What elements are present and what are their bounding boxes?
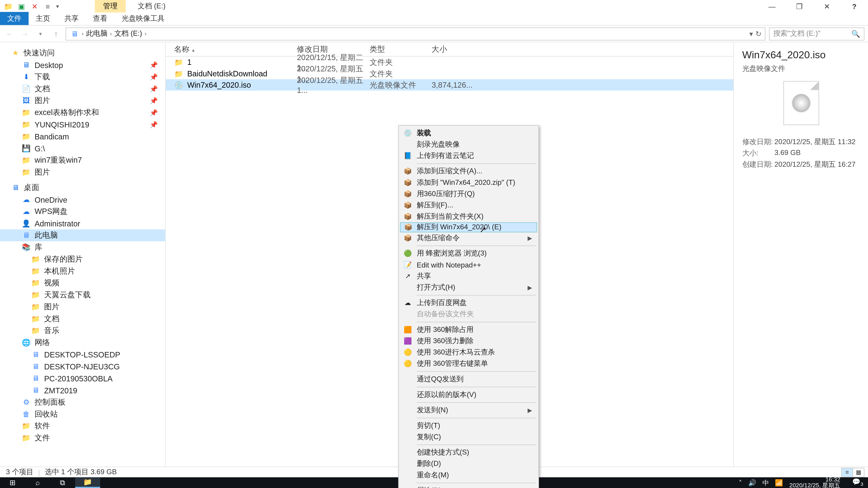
context-menu-item[interactable]: ☁上传到百度网盘 — [400, 297, 537, 308]
context-menu-item[interactable]: 通过QQ发送到 — [400, 374, 537, 385]
context-menu-item[interactable]: 📦解压到当前文件夹(X) — [400, 211, 537, 222]
tree-onedrive[interactable]: ☁OneDrive — [0, 194, 165, 205]
context-menu-item[interactable]: 📦添加到压缩文件(A)... — [400, 166, 537, 177]
context-menu-item[interactable]: 🟪使用 360强力删除 — [400, 335, 537, 347]
forward-button[interactable]: → — [19, 30, 31, 38]
tree-win7[interactable]: 📁win7重装win7 — [0, 154, 165, 166]
ribbon-tab-home[interactable]: 主页 — [29, 12, 57, 25]
context-menu-item[interactable]: 复制(C) — [400, 431, 537, 443]
context-menu-item[interactable]: ↗共享 — [400, 270, 537, 282]
chevron-right-icon[interactable]: › — [110, 31, 112, 37]
context-menu-item[interactable]: 还原以前的版本(V) — [400, 389, 537, 400]
tree-pc3[interactable]: 🖥PC-20190530OBLA — [0, 372, 165, 384]
address-dropdown-icon[interactable]: ▾ — [749, 30, 753, 38]
tree-files[interactable]: 📁文件 — [0, 432, 165, 444]
context-menu-item[interactable]: 打开方式(H)▶ — [400, 282, 537, 293]
context-menu-item[interactable]: 📝Edit with Notepad++ — [400, 259, 537, 270]
minimize-button[interactable]: — — [758, 0, 786, 12]
maximize-button[interactable]: ❐ — [786, 0, 813, 12]
tree-control-panel[interactable]: ⚙控制面板 — [0, 396, 165, 408]
tree-software[interactable]: 📁软件 — [0, 420, 165, 432]
delete-icon[interactable]: ✕ — [30, 2, 39, 11]
context-menu-item[interactable]: 🟡使用 360管理右键菜单 — [400, 358, 537, 369]
tree-camera-roll[interactable]: 📁本机照片 — [0, 265, 165, 277]
chevron-right-icon[interactable]: › — [82, 31, 84, 37]
tree-pc1[interactable]: 🖥DESKTOP-LSSOEDP — [0, 349, 165, 361]
chevron-right-icon[interactable]: › — [145, 31, 147, 37]
back-button[interactable]: ← — [4, 30, 16, 38]
context-menu-item[interactable]: 📦用360压缩打开(Q) — [400, 188, 537, 199]
tree-admin[interactable]: 👤Administrator — [0, 218, 165, 230]
qat-dropdown-icon[interactable]: ▾ — [56, 3, 59, 9]
file-list[interactable]: 名称▴ 修改日期 类型 大小 📁1 2020/12/15, 星期二 1...文件… — [166, 42, 733, 468]
contextual-tab-manage[interactable]: 管理 — [95, 0, 126, 12]
close-button[interactable]: ✕ — [813, 0, 840, 12]
context-menu-item[interactable]: 剪切(T) — [400, 420, 537, 431]
tree-saved-pics[interactable]: 📁保存的图片 — [0, 253, 165, 265]
ribbon-tab-view[interactable]: 查看 — [86, 12, 115, 25]
tree-downloads[interactable]: ⬇下载📌 — [0, 71, 165, 83]
checkbox-icon[interactable]: ▣ — [17, 2, 26, 11]
col-size[interactable]: 大小 — [432, 44, 473, 55]
navigation-tree[interactable]: ★快速访问 🖥Desktop📌 ⬇下载📌 📄文档📌 🖼图片📌 📁excel表格制… — [0, 42, 166, 468]
context-menu-item[interactable]: 📦其他压缩命令▶ — [400, 232, 537, 244]
context-menu-item[interactable]: 💿装载 — [400, 127, 537, 139]
recent-dropdown-icon[interactable]: ▾ — [35, 31, 46, 37]
context-menu-item[interactable]: 刻录光盘映像 — [400, 139, 537, 150]
ribbon-tab-file[interactable]: 文件 — [0, 12, 29, 25]
tree-this-pc[interactable]: 🖥此电脑 — [0, 229, 165, 241]
tray-network-icon[interactable]: 📶 — [775, 479, 783, 486]
tree-wps[interactable]: ☁WPS网盘 — [0, 205, 165, 218]
tray-volume-icon[interactable]: 🔊 — [748, 479, 756, 486]
file-row[interactable]: 📁BaiduNetdiskDownload 2020/12/25, 星期五 1.… — [166, 68, 733, 79]
tree-video[interactable]: 📁视频 — [0, 277, 165, 289]
start-button[interactable]: ⊞ — [0, 477, 25, 488]
tree-excel-folder[interactable]: 📁excel表格制作求和📌 — [0, 107, 165, 119]
tree-desktop[interactable]: 🖥Desktop📌 — [0, 59, 165, 71]
tray-notifications[interactable]: 💬3 — [852, 478, 863, 487]
context-menu-item[interactable]: 🟢用 蜂蜜浏览器 浏览(3) — [400, 248, 537, 259]
tree-pictures-2[interactable]: 📁图片 — [0, 166, 165, 178]
tree-desktop-cn[interactable]: 🖥桌面 — [0, 182, 165, 194]
column-headers[interactable]: 名称▴ 修改日期 类型 大小 — [166, 42, 733, 57]
context-menu[interactable]: 💿装载刻录光盘映像📘上传到有道云笔记📦添加到压缩文件(A)...📦添加到 "Wi… — [398, 125, 539, 488]
context-menu-item[interactable]: 📦解压到(F)... — [400, 200, 537, 211]
tree-pictures[interactable]: 🖼图片📌 — [0, 95, 165, 107]
breadcrumb[interactable]: 🖥 › 此电脑 › 文档 (E:) › ▾ ↻ — [66, 27, 765, 40]
crumb-this-pc[interactable]: 此电脑 — [86, 29, 107, 39]
tree-docs-2[interactable]: 📁文档 — [0, 313, 165, 325]
col-name[interactable]: 名称▴ — [174, 44, 297, 55]
context-menu-item[interactable]: 📦添加到 "Win7x64_2020.zip" (T) — [400, 177, 537, 188]
context-menu-item[interactable]: 发送到(N)▶ — [400, 404, 537, 416]
tree-network[interactable]: 🌐网络 — [0, 337, 165, 349]
context-menu-item[interactable]: 重命名(M) — [400, 469, 537, 481]
view-icons-button[interactable]: ▦ — [852, 467, 864, 477]
context-menu-item[interactable]: 📘上传到有道云笔记 — [400, 150, 537, 162]
tree-music[interactable]: 📁音乐 — [0, 325, 165, 337]
context-menu-item[interactable]: 🟧使用 360解除占用 — [400, 324, 537, 335]
tray-clock[interactable]: 16:32 2020/12/25, 星期五 — [789, 477, 846, 488]
context-menu-item[interactable]: 属性(R) — [400, 485, 537, 488]
ribbon-tab-iso-tools[interactable]: 光盘映像工具 — [114, 12, 172, 25]
context-menu-item[interactable]: 🟡使用 360进行木马云查杀 — [400, 347, 537, 358]
tree-libraries[interactable]: 📚库 — [0, 241, 165, 253]
tray-ime[interactable]: 中 — [763, 478, 769, 487]
tree-pictures-3[interactable]: 📁图片 — [0, 301, 165, 313]
search-button[interactable]: ⌕ — [25, 477, 50, 488]
context-menu-item[interactable]: 创建快捷方式(S) — [400, 447, 537, 458]
view-details-button[interactable]: ≡ — [841, 467, 853, 477]
tree-documents[interactable]: 📄文档📌 — [0, 83, 165, 95]
search-icon[interactable]: 🔍 — [851, 30, 860, 38]
properties-icon[interactable]: ≡ — [43, 2, 53, 11]
tree-tianyi[interactable]: 📁天翼云盘下载 — [0, 289, 165, 301]
file-row[interactable]: 📁1 2020/12/15, 星期二 1...文件夹 — [166, 57, 733, 68]
tree-pc2[interactable]: 🖥DESKTOP-NJEU3CG — [0, 361, 165, 372]
tree-recycle[interactable]: 🗑回收站 — [0, 408, 165, 420]
tree-pc4[interactable]: 🖥ZMT2019 — [0, 384, 165, 396]
taskview-button[interactable]: ⧉ — [50, 477, 75, 488]
context-menu-item[interactable]: 删除(D) — [400, 458, 537, 469]
file-row-selected[interactable]: 💿Win7x64_2020.iso 2020/12/25, 星期五 1...光盘… — [166, 79, 733, 91]
tray-chevron-icon[interactable]: ˄ — [739, 479, 742, 486]
crumb-drive[interactable]: 文档 (E:) — [114, 29, 142, 39]
context-menu-item[interactable]: 📦解压到 Win7x64_2020\ (E) — [400, 222, 537, 232]
